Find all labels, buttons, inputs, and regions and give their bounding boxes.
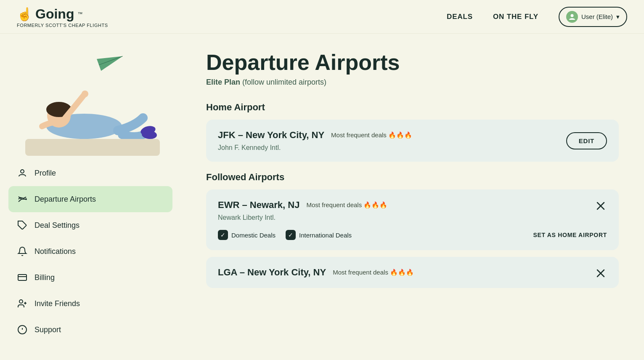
user-icon: [569, 13, 575, 20]
followed-airport-name-row-1: LGA – New York City, NY Most frequent de…: [218, 267, 414, 278]
followed-airports-section: Followed Airports EWR – Newark, NJ Most …: [206, 172, 619, 288]
sidebar-item-profile[interactable]: Profile: [8, 160, 172, 186]
nav-on-the-fly[interactable]: ON THE FLY: [493, 13, 538, 21]
billing-icon: [17, 272, 28, 283]
user-avatar: [566, 11, 578, 23]
sidebar-label-notifications: Notifications: [34, 247, 76, 256]
followed-airport-info-0: EWR – Newark, NJ Most frequent deals 🔥🔥🔥…: [218, 200, 387, 221]
followed-airport-name-row-0: EWR – Newark, NJ Most frequent deals 🔥🔥🔥: [218, 200, 387, 211]
logo-formerly: FORMERLY SCOTT'S CHEAP FLIGHTS: [17, 23, 108, 28]
sidebar-illustration: [0, 34, 181, 156]
svg-point-1: [570, 14, 573, 17]
sidebar-label-departure-airports: Departure Airports: [34, 195, 96, 204]
close-icon-0: [596, 201, 605, 211]
chevron-down-icon: ▾: [616, 13, 620, 21]
remove-followed-airport-0-button[interactable]: [594, 200, 607, 214]
international-deals-checkbox-0[interactable]: ✓ International Deals: [286, 230, 352, 240]
departure-airports-icon: [17, 194, 28, 205]
invite-friends-icon: [17, 298, 28, 309]
sidebar-item-deal-settings[interactable]: Deal Settings: [8, 212, 172, 238]
home-airport-card: JFK – New York City, NY Most frequent de…: [206, 120, 619, 162]
main-layout: Profile Departure Airports: [0, 34, 644, 360]
sidebar-item-notifications[interactable]: Notifications: [8, 238, 172, 264]
plan-note: (follow unlimited airports): [242, 78, 326, 86]
home-airport-frequent: Most frequent deals 🔥🔥🔥: [331, 131, 412, 139]
followed-airport-card-1: LGA – New York City, NY Most frequent de…: [206, 257, 619, 288]
svg-point-12: [21, 170, 24, 173]
followed-airport-code-1: LGA – New York City, NY: [218, 267, 326, 278]
illustration-svg: [0, 34, 160, 156]
domestic-check-icon-0: ✓: [218, 230, 228, 240]
followed-airports-section-title: Followed Airports: [206, 172, 619, 183]
sidebar-label-deal-settings: Deal Settings: [34, 221, 80, 230]
sidebar: Profile Departure Airports: [0, 34, 181, 360]
notifications-icon: [17, 246, 28, 257]
followed-airport-code-0: EWR – Newark, NJ: [218, 200, 299, 211]
page-title: Departure Airports: [206, 51, 619, 75]
plan-label: Elite Plan: [206, 78, 240, 86]
logo-text: Going: [35, 7, 74, 21]
logo-trademark: ™: [77, 11, 82, 17]
header: ☝️ Going ™ FORMERLY SCOTT'S CHEAP FLIGHT…: [0, 0, 644, 34]
sidebar-label-support: Support: [34, 325, 61, 334]
remove-followed-airport-1-button[interactable]: [594, 267, 607, 281]
home-airport-code-city: JFK – New York City, NY: [218, 130, 324, 141]
international-check-icon-0: ✓: [286, 230, 296, 240]
sidebar-item-invite-friends[interactable]: Invite Friends: [8, 291, 172, 317]
sidebar-item-support[interactable]: Support: [8, 317, 172, 343]
followed-airport-frequent-1: Most frequent deals 🔥🔥🔥: [333, 269, 414, 276]
home-airport-name-row: JFK – New York City, NY Most frequent de…: [218, 130, 412, 141]
sidebar-item-billing[interactable]: Billing: [8, 264, 172, 291]
home-airport-edit-button[interactable]: EDIT: [566, 132, 607, 149]
logo-finger-icon: ☝️: [17, 6, 33, 22]
sidebar-nav: Profile Departure Airports: [0, 156, 181, 347]
main-content: Departure Airports Elite Plan (follow un…: [181, 34, 644, 360]
user-menu-button[interactable]: User (Elite) ▾: [559, 7, 627, 27]
followed-airport-full-name-0: Newark Liberty Intl.: [218, 214, 387, 221]
plan-badge: Elite Plan (follow unlimited airports): [206, 78, 619, 87]
home-airport-full-name: John F. Kennedy Intl.: [218, 144, 412, 152]
domestic-deals-checkbox-0[interactable]: ✓ Domestic Deals: [218, 230, 276, 240]
svg-rect-11: [25, 139, 160, 156]
svg-point-8: [82, 91, 88, 97]
home-airport-card-header: JFK – New York City, NY Most frequent de…: [218, 130, 607, 152]
header-nav: DEALS ON THE FLY User (Elite) ▾: [447, 7, 627, 27]
followed-airport-info-1: LGA – New York City, NY Most frequent de…: [218, 267, 414, 278]
sidebar-label-billing: Billing: [34, 273, 55, 282]
header-left: ☝️ Going ™ FORMERLY SCOTT'S CHEAP FLIGHT…: [17, 6, 108, 28]
followed-airport-frequent-0: Most frequent deals 🔥🔥🔥: [306, 201, 387, 209]
svg-rect-15: [18, 275, 27, 280]
international-deals-label-0: International Deals: [299, 232, 352, 239]
followed-card-top-0: EWR – Newark, NJ Most frequent deals 🔥🔥🔥…: [218, 200, 607, 221]
home-airport-section-title: Home Airport: [206, 102, 619, 113]
svg-text:☝️: ☝️: [17, 7, 33, 22]
sidebar-item-departure-airports[interactable]: Departure Airports: [8, 186, 172, 212]
logo[interactable]: ☝️ Going ™ FORMERLY SCOTT'S CHEAP FLIGHT…: [17, 6, 108, 28]
deal-settings-icon: [17, 220, 28, 231]
nav-deals[interactable]: DEALS: [447, 13, 473, 21]
deals-row-0: ✓ Domestic Deals ✓ International Deals S…: [218, 230, 607, 240]
sidebar-label-profile: Profile: [34, 169, 56, 178]
profile-icon: [17, 168, 28, 179]
svg-point-17: [19, 300, 23, 303]
user-label: User (Elite): [581, 13, 613, 20]
close-icon-1: [596, 269, 605, 278]
home-airport-info: JFK – New York City, NY Most frequent de…: [218, 130, 412, 152]
followed-airport-card-0: EWR – Newark, NJ Most frequent deals 🔥🔥🔥…: [206, 189, 619, 250]
support-icon: [17, 324, 28, 335]
followed-card-top-1: LGA – New York City, NY Most frequent de…: [218, 267, 607, 281]
domestic-deals-label-0: Domestic Deals: [231, 232, 276, 239]
sidebar-label-invite-friends: Invite Friends: [34, 299, 80, 308]
set-home-airport-0-button[interactable]: SET AS HOME AIRPORT: [533, 232, 607, 238]
svg-point-13: [25, 198, 27, 200]
